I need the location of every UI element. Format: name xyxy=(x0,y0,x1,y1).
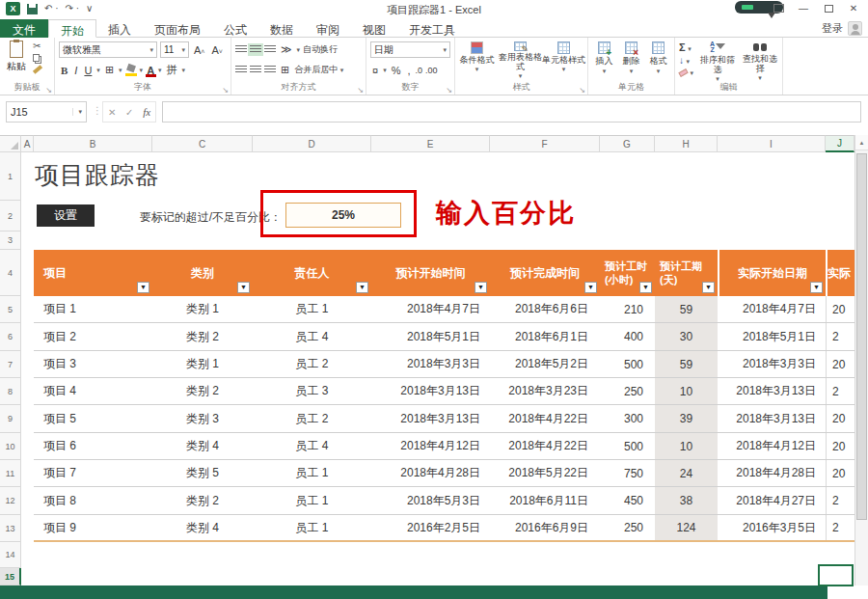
cell[interactable]: 员工 1 xyxy=(253,487,371,514)
cell[interactable]: 2018年4月12日 xyxy=(371,433,490,459)
row-header-3[interactable]: 3 xyxy=(0,231,21,250)
cell[interactable]: 2018年6月6日 xyxy=(490,296,600,322)
cell[interactable]: 项目 4 xyxy=(34,378,152,404)
filter-dropdown-icon[interactable]: ▼ xyxy=(137,282,149,293)
cell[interactable]: 类别 2 xyxy=(152,378,253,404)
cell[interactable]: 2018年4月28日 xyxy=(371,460,490,486)
selected-cell-J15[interactable] xyxy=(818,564,854,586)
cell[interactable]: 项目 3 xyxy=(34,351,152,377)
filter-dropdown-icon[interactable]: ▼ xyxy=(639,282,652,293)
row-header-2[interactable]: 2 xyxy=(0,201,21,231)
cell[interactable]: 员工 4 xyxy=(253,323,371,350)
cell[interactable]: 项目 7 xyxy=(34,460,152,486)
cell[interactable]: 39 xyxy=(655,405,718,432)
cell[interactable]: 10 xyxy=(655,433,718,459)
cell[interactable]: 2016年3月5日 xyxy=(718,515,826,540)
cell[interactable]: 2018年3月13日 xyxy=(718,405,826,432)
cell[interactable]: 24 xyxy=(655,460,718,486)
cell[interactable]: 员工 4 xyxy=(253,433,371,459)
column-header-B[interactable]: B xyxy=(34,135,152,152)
cell[interactable]: 员工 1 xyxy=(253,515,371,540)
cell[interactable]: 20 xyxy=(826,433,854,459)
cell[interactable]: 30 xyxy=(655,323,718,350)
cell[interactable]: 2018年4月22日 xyxy=(490,405,600,432)
cell[interactable]: 2018年6月11日 xyxy=(490,487,600,514)
row-header-15[interactable]: 15 xyxy=(0,568,21,585)
filter-dropdown-icon[interactable]: ▼ xyxy=(584,282,597,293)
column-header-J[interactable]: J xyxy=(826,135,854,152)
vertical-scrollbar[interactable]: ▲ xyxy=(854,135,868,585)
cell[interactable]: 2018年3月13日 xyxy=(718,378,826,404)
cell[interactable]: 项目 1 xyxy=(34,296,152,322)
cell[interactable]: 2018年5月3日 xyxy=(371,487,490,514)
cell[interactable]: 2018年4月7日 xyxy=(371,296,490,322)
cell[interactable]: 2018年5月1日 xyxy=(371,323,490,350)
cell[interactable]: 2018年6月1日 xyxy=(490,323,600,350)
cell[interactable]: 2 xyxy=(826,323,854,350)
row-header-7[interactable]: 7 xyxy=(0,351,21,378)
cell[interactable]: 项目 5 xyxy=(34,405,152,432)
column-header-H[interactable]: H xyxy=(655,135,718,152)
cell[interactable]: 20 xyxy=(826,296,854,322)
cell[interactable]: 2018年5月22日 xyxy=(490,460,600,486)
row-header-13[interactable]: 13 xyxy=(0,515,21,542)
cell[interactable]: 2016年6月9日 xyxy=(490,515,600,540)
cell[interactable]: 类别 4 xyxy=(152,515,253,540)
column-header-I[interactable]: I xyxy=(718,135,826,152)
row-header-6[interactable]: 6 xyxy=(0,323,21,351)
cell[interactable]: 20 xyxy=(826,351,854,377)
column-header-C[interactable]: C xyxy=(152,135,253,152)
cell[interactable]: 38 xyxy=(655,487,718,514)
cell[interactable]: 类别 1 xyxy=(152,351,253,377)
row-header-9[interactable]: 9 xyxy=(0,405,21,433)
cell[interactable]: 项目 6 xyxy=(34,433,152,459)
column-header-G[interactable]: G xyxy=(600,135,655,152)
column-header-F[interactable]: F xyxy=(490,135,600,152)
filter-dropdown-icon[interactable]: ▼ xyxy=(237,282,250,293)
cell[interactable]: 员工 1 xyxy=(253,460,371,486)
cell[interactable]: 500 xyxy=(600,433,655,459)
filter-dropdown-icon[interactable]: ▼ xyxy=(356,282,368,293)
cell[interactable]: 450 xyxy=(600,487,655,514)
cell[interactable]: 210 xyxy=(600,296,655,322)
scroll-up-icon[interactable]: ▲ xyxy=(855,135,868,150)
cell[interactable]: 2018年3月13日 xyxy=(371,378,490,404)
row-header-4[interactable]: 4 xyxy=(0,250,21,296)
filter-dropdown-icon[interactable]: ▼ xyxy=(702,282,715,293)
cell[interactable]: 项目 8 xyxy=(34,487,152,514)
scroll-thumb[interactable] xyxy=(856,153,867,520)
cell[interactable]: 项目 9 xyxy=(34,515,152,540)
cell[interactable]: 2018年3月13日 xyxy=(371,405,490,432)
filter-dropdown-icon[interactable]: ▼ xyxy=(810,282,823,293)
cell[interactable]: 59 xyxy=(655,296,718,322)
select-all-corner[interactable] xyxy=(0,135,21,152)
cell[interactable]: 2016年2月5日 xyxy=(371,515,490,540)
cell[interactable]: 250 xyxy=(600,378,655,404)
cell[interactable]: 类别 3 xyxy=(152,405,253,432)
cell[interactable]: 类别 5 xyxy=(152,460,253,486)
cell[interactable]: 类别 2 xyxy=(152,323,253,350)
cell[interactable]: 500 xyxy=(600,351,655,377)
cell[interactable]: 2018年4月28日 xyxy=(718,460,826,486)
column-header-D[interactable]: D xyxy=(253,135,371,152)
cell[interactable]: 250 xyxy=(600,515,655,540)
cell[interactable]: 400 xyxy=(600,323,655,350)
row-header-8[interactable]: 8 xyxy=(0,378,21,405)
cell[interactable]: 2 xyxy=(826,515,854,540)
row-header-5[interactable]: 5 xyxy=(0,296,21,323)
column-header-A[interactable]: A xyxy=(21,135,34,152)
cell[interactable]: 124 xyxy=(655,515,718,540)
cell[interactable]: 2018年4月22日 xyxy=(490,433,600,459)
cell[interactable]: 2018年3月3日 xyxy=(371,351,490,377)
cell[interactable]: 59 xyxy=(655,351,718,377)
cell[interactable]: 2018年4月12日 xyxy=(718,433,826,459)
cell[interactable]: 员工 2 xyxy=(253,351,371,377)
cell[interactable]: 20 xyxy=(826,405,854,432)
cell[interactable]: 员工 2 xyxy=(253,405,371,432)
row-header-11[interactable]: 11 xyxy=(0,460,21,487)
row-header-12[interactable]: 12 xyxy=(0,487,21,515)
cell[interactable]: 项目 2 xyxy=(34,323,152,350)
cell[interactable]: 750 xyxy=(600,460,655,486)
cell[interactable]: 类别 2 xyxy=(152,487,253,514)
cell[interactable]: 2018年5月2日 xyxy=(490,351,600,377)
